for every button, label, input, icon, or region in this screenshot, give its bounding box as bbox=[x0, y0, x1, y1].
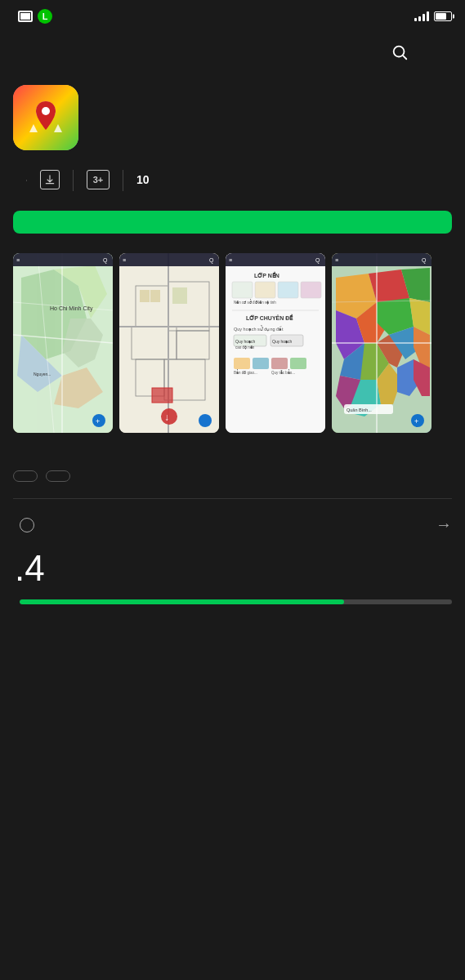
svg-rect-50 bbox=[278, 282, 298, 298]
svg-text:+: + bbox=[96, 417, 100, 425]
svg-rect-30 bbox=[140, 290, 150, 302]
svg-text:LỚP CHUYÊN ĐỀ: LỚP CHUYÊN ĐỀ bbox=[246, 314, 293, 321]
stars-bar-track bbox=[20, 599, 452, 604]
svg-text:Q: Q bbox=[209, 257, 214, 264]
app-title-area bbox=[92, 115, 452, 120]
svg-rect-31 bbox=[150, 290, 160, 302]
svg-rect-65 bbox=[290, 358, 306, 369]
battery-icon bbox=[434, 11, 452, 21]
screenshot-map3-graphic: ≡ Q LỚP NỀN Nền cơ sở đồ Nền vệ tinh LỚP… bbox=[226, 253, 325, 433]
svg-text:Quy hoạch: Quy hoạch bbox=[272, 339, 293, 344]
svg-rect-62 bbox=[234, 358, 250, 369]
rating-stat bbox=[13, 180, 27, 181]
stats-row: 3+ 10 bbox=[0, 163, 465, 204]
size-stat bbox=[27, 170, 74, 191]
ratings-info-icon[interactable] bbox=[20, 518, 34, 532]
svg-rect-48 bbox=[232, 282, 253, 298]
downloads-stat: 10 bbox=[123, 173, 163, 188]
svg-text:≡: ≡ bbox=[229, 257, 232, 263]
age-badge: 3+ bbox=[87, 170, 110, 189]
big-rating-decimal: .4 bbox=[15, 550, 45, 586]
screenshot-map4-graphic: ≡ Q Quân Bình... + bbox=[332, 253, 431, 433]
svg-text:LỚP NỀN: LỚP NỀN bbox=[254, 271, 279, 278]
svg-rect-18 bbox=[13, 253, 113, 266]
back-button[interactable] bbox=[13, 36, 46, 69]
big-rating-area: .4 bbox=[13, 550, 45, 586]
svg-text:≡: ≡ bbox=[123, 257, 126, 263]
tags-row bbox=[0, 470, 465, 495]
svg-rect-37 bbox=[119, 253, 219, 266]
screenshot-map1-graphic: Ho Chi Minh City Nguyen... ≡ Q + bbox=[13, 253, 113, 433]
about-section bbox=[0, 439, 465, 470]
svg-text:Quy tắc bảo...: Quy tắc bảo... bbox=[271, 369, 295, 375]
ratings-arrow-icon[interactable]: → bbox=[436, 515, 452, 534]
svg-text:Nguyen...: Nguyen... bbox=[34, 372, 51, 376]
install-button[interactable] bbox=[13, 211, 452, 234]
tag-maps-navigation[interactable] bbox=[13, 470, 38, 482]
svg-text:cao độ nền: cao độ nền bbox=[235, 345, 255, 350]
svg-point-40 bbox=[161, 408, 177, 425]
more-button[interactable] bbox=[419, 36, 452, 69]
svg-rect-64 bbox=[271, 358, 288, 369]
svg-text:Q: Q bbox=[422, 257, 427, 264]
age-stat: 3+ bbox=[74, 170, 123, 191]
svg-text:Nền cơ sở đồ: Nền cơ sở đồ bbox=[234, 299, 257, 305]
svg-text:Quân Bình...: Quân Bình... bbox=[347, 408, 372, 412]
screenshots-row[interactable]: Ho Chi Minh City Nguyen... ≡ Q + bbox=[13, 253, 452, 433]
ratings-section: → bbox=[0, 502, 465, 550]
status-left: L bbox=[13, 9, 52, 24]
svg-text:Quy hoạch sử dụng đất: Quy hoạch sử dụng đất bbox=[234, 325, 284, 332]
ratings-header: → bbox=[13, 515, 452, 534]
search-button[interactable] bbox=[383, 36, 416, 69]
nav-right-buttons bbox=[383, 36, 452, 69]
svg-rect-32 bbox=[172, 287, 187, 304]
svg-rect-49 bbox=[255, 282, 275, 298]
search-icon bbox=[391, 43, 409, 61]
stars-bar-fill bbox=[20, 599, 344, 604]
svg-line-1 bbox=[403, 56, 406, 59]
svg-text:Nền vệ tinh: Nền vệ tinh bbox=[257, 301, 276, 305]
svg-text:Ho Chi Minh City: Ho Chi Minh City bbox=[50, 305, 93, 312]
app-icon bbox=[13, 85, 78, 150]
status-right bbox=[409, 11, 452, 21]
screenshot-map2-graphic: ≡ Q ↓ bbox=[119, 253, 219, 433]
svg-text:Q: Q bbox=[315, 257, 320, 264]
svg-text:Bản đồ giao...: Bản đồ giao... bbox=[234, 369, 257, 375]
svg-rect-44 bbox=[226, 253, 325, 266]
rating-bottom-row: .4 bbox=[0, 550, 465, 599]
screenshot-2[interactable]: ≡ Q ↓ bbox=[119, 253, 219, 433]
app-icon-graphic bbox=[13, 85, 78, 150]
svg-rect-51 bbox=[301, 282, 321, 298]
line-app-icon: L bbox=[38, 9, 52, 24]
svg-text:Q: Q bbox=[103, 257, 108, 264]
tag-trending[interactable] bbox=[46, 470, 70, 482]
top-nav bbox=[0, 29, 465, 78]
svg-text:↓: ↓ bbox=[164, 412, 169, 423]
svg-text:+: + bbox=[414, 417, 418, 425]
ratings-title-row bbox=[13, 518, 34, 532]
install-section bbox=[0, 204, 465, 247]
svg-rect-35 bbox=[152, 388, 172, 403]
svg-text:≡: ≡ bbox=[16, 257, 20, 263]
svg-rect-89 bbox=[332, 253, 431, 266]
svg-rect-63 bbox=[253, 358, 269, 369]
svg-point-42 bbox=[199, 414, 212, 427]
screenshot-3[interactable]: ≡ Q LỚP NỀN Nền cơ sở đồ Nền vệ tinh LỚP… bbox=[226, 253, 325, 433]
screenshot-4[interactable]: ≡ Q Quân Bình... + bbox=[332, 253, 431, 433]
photo-icon bbox=[18, 11, 33, 22]
download-icon bbox=[40, 170, 60, 189]
signal-icon bbox=[414, 11, 429, 21]
svg-point-4 bbox=[42, 107, 50, 115]
divider-1 bbox=[13, 498, 452, 499]
app-header bbox=[0, 78, 465, 163]
svg-text:≡: ≡ bbox=[335, 257, 338, 263]
stars-bar-row bbox=[0, 599, 465, 611]
svg-text:Quy hoạch: Quy hoạch bbox=[235, 339, 256, 344]
status-bar: L bbox=[0, 0, 465, 29]
screenshot-1[interactable]: Ho Chi Minh City Nguyen... ≡ Q + bbox=[13, 253, 113, 433]
downloads-value: 10 bbox=[136, 173, 150, 186]
screenshots-section: Ho Chi Minh City Nguyen... ≡ Q + bbox=[0, 247, 465, 439]
